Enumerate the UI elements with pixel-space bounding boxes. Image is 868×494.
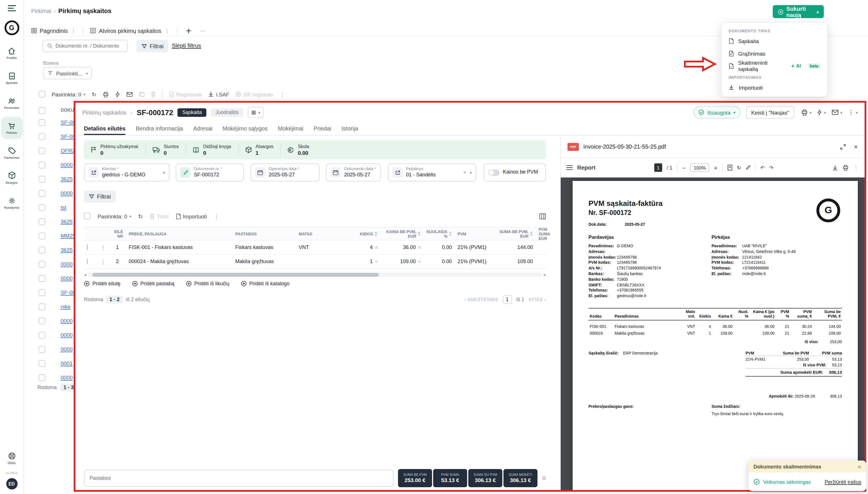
invoice-line-row[interactable]: ⋮ 2 000024 - Makita gręžtuvas Makita grę… <box>84 255 546 269</box>
delete-lines-button[interactable]: Trinti <box>150 213 169 219</box>
detail-tab[interactable]: Istorija <box>341 122 358 135</box>
summary-pirkimu-uzsakymai[interactable]: Pirkimų užsakymai0 <box>84 144 145 156</box>
app-logo[interactable]: G <box>4 20 19 35</box>
sidebar-item-pardavimai[interactable]: Pardavimai <box>1 142 22 164</box>
detail-tab[interactable]: Priedai <box>314 122 331 135</box>
search-input[interactable] <box>56 43 119 49</box>
trash-icon[interactable] <box>151 91 156 97</box>
row-menu-icon[interactable]: ⋮ <box>98 244 109 250</box>
columns-settings-icon[interactable] <box>539 213 546 219</box>
saved-status[interactable]: Išsaugota ▾ <box>694 106 741 118</box>
column-header[interactable]: MATAS <box>299 232 312 236</box>
cell-menu-icon[interactable]: ≡ <box>375 245 378 250</box>
line-checkbox[interactable] <box>87 259 88 264</box>
row-checkbox[interactable] <box>39 374 45 381</box>
tab-atviros-saskaitos[interactable]: Atviros pirkimų sąskaitos ⋮ <box>91 27 170 34</box>
operation-date-field[interactable]: Operacijos data *2025-05-27 <box>251 163 320 182</box>
select-all-checkbox[interactable] <box>39 91 45 98</box>
range-select[interactable]: 1 - 2 <box>106 296 123 303</box>
scroll-right-icon[interactable]: ▸ <box>544 272 546 277</box>
avatar[interactable]: ED <box>6 478 17 490</box>
column-header[interactable]: KAINA BE PVM, EUR <box>383 230 416 239</box>
document-link[interactable]: nike <box>61 303 71 310</box>
fit-page-icon[interactable] <box>727 165 732 171</box>
document-link[interactable]: tst <box>61 204 66 210</box>
document-link[interactable]: 0001 <box>61 360 73 366</box>
document-number-field[interactable]: Dokumento nr. *SF-000172 <box>176 163 244 182</box>
prev-page-button[interactable]: ‹ ANKSTESNIS <box>464 297 498 302</box>
sum-icon[interactable]: Σ <box>449 232 452 237</box>
client-field[interactable]: Klientas *giedrius - G-DEMO ▾ <box>84 163 170 182</box>
document-link[interactable]: 0000 <box>61 261 73 267</box>
detail-tab[interactable]: Mokėjimo sąlygos <box>222 122 268 135</box>
column-header[interactable]: EILĖ NR <box>112 230 123 239</box>
add-line-button[interactable]: Pridėti pastabą <box>132 281 174 286</box>
print-button[interactable]: ▾ <box>801 109 812 116</box>
column-header[interactable]: PASTABOS <box>235 232 257 236</box>
copy-icon[interactable] <box>139 91 144 97</box>
notes-input[interactable] <box>84 470 393 487</box>
page-number-box[interactable]: 1 <box>654 163 662 172</box>
menu-item-saskaita[interactable]: Sąskaita <box>722 35 827 47</box>
sidebar-item-apskaita[interactable]: Apskaita <box>1 67 22 89</box>
row-checkbox[interactable] <box>39 317 45 324</box>
select-all-lines-checkbox[interactable] <box>84 213 91 220</box>
row-checkbox[interactable] <box>39 331 45 338</box>
refresh-icon[interactable]: ↻ <box>92 91 96 97</box>
add-line-button[interactable]: Pridėti iš likučių <box>186 281 229 286</box>
menu-item-importuoti[interactable]: Importuoti <box>722 81 827 94</box>
totals-menu-icon[interactable]: ≡ <box>542 474 546 482</box>
cell-menu-icon[interactable]: ≡ <box>375 259 378 264</box>
breadcrumb-parent[interactable]: Pirkimų sąskaitos <box>82 109 126 115</box>
sidebar-item-gidas[interactable]: Gidas <box>1 447 22 469</box>
register-button[interactable]: Registruoti <box>169 91 202 97</box>
close-icon[interactable]: × <box>854 142 858 151</box>
document-link[interactable]: 0000 <box>61 162 73 168</box>
sidebar-toggle-icon[interactable] <box>566 165 573 170</box>
lines-filter-button[interactable]: Filtrai <box>84 191 116 203</box>
row-checkbox[interactable] <box>39 275 45 282</box>
row-checkbox[interactable] <box>39 162 45 168</box>
row-checkbox[interactable] <box>39 289 45 296</box>
add-tab-button[interactable]: ＋ <box>184 25 193 37</box>
menu-item-grazinimas[interactable]: Grąžinimas <box>722 47 827 60</box>
prices-without-vat-toggle[interactable]: Kainos be PVM <box>484 163 546 182</box>
summary-skola[interactable]: Skola0.00 <box>281 144 316 156</box>
expand-icon[interactable] <box>840 144 846 149</box>
invoice-line-row[interactable]: ⋮ 1 FISK-001 - Fiskars kastuvas Fiskars … <box>84 241 546 255</box>
row-checkbox[interactable] <box>39 360 45 367</box>
external-link-icon[interactable] <box>88 167 99 177</box>
layout-select[interactable]: ▦▾ <box>248 107 264 118</box>
current-page[interactable]: 1 <box>502 295 512 304</box>
column-header[interactable]: PVM SUMA EUR <box>539 227 550 241</box>
row-checkbox[interactable] <box>39 204 45 211</box>
add-line-button[interactable]: Pridėti eilutę <box>84 281 120 286</box>
more-menu-button[interactable]: ⋮▾ <box>848 109 858 116</box>
toggle-switch[interactable] <box>488 169 499 175</box>
undo-icon[interactable]: ↶ <box>760 165 765 170</box>
more-options-icon[interactable]: ⋮ <box>853 165 859 171</box>
redo-icon[interactable]: ↷ <box>769 165 773 170</box>
department-field[interactable]: Padalinys01 - Sandėlis × ▾ <box>388 163 476 182</box>
more-actions-icon[interactable]: ⋮ <box>279 91 285 97</box>
detail-tab[interactable]: Bendra informacija <box>136 122 183 135</box>
row-checkbox[interactable] <box>39 346 45 353</box>
horizontal-scrollbar[interactable]: ◂ ▸ <box>84 272 546 277</box>
annotate-icon[interactable] <box>746 165 751 170</box>
cell-menu-icon[interactable]: ≡ <box>418 259 421 264</box>
zoom-level[interactable]: 100% <box>690 163 710 172</box>
next-page-button[interactable]: KITAS › <box>529 297 546 302</box>
select-all-checkbox[interactable] <box>39 107 45 114</box>
close-icon[interactable]: × <box>857 463 861 470</box>
row-menu-icon[interactable]: ⋮ <box>98 258 109 265</box>
sidebar-item-pradzia[interactable]: Pradžia <box>1 42 22 64</box>
row-checkbox[interactable] <box>39 175 45 182</box>
mail-button[interactable]: ▾ <box>832 110 842 115</box>
document-link[interactable]: OFR2 <box>61 148 75 154</box>
sidebar-item-personalas[interactable]: Personalas <box>1 92 22 114</box>
column-header[interactable]: PVM <box>457 232 466 236</box>
mail-icon[interactable] <box>126 92 133 97</box>
row-checkbox[interactable] <box>39 190 45 196</box>
column-header[interactable]: KIEKIS <box>360 232 373 236</box>
document-link[interactable]: 0000 <box>61 318 73 324</box>
